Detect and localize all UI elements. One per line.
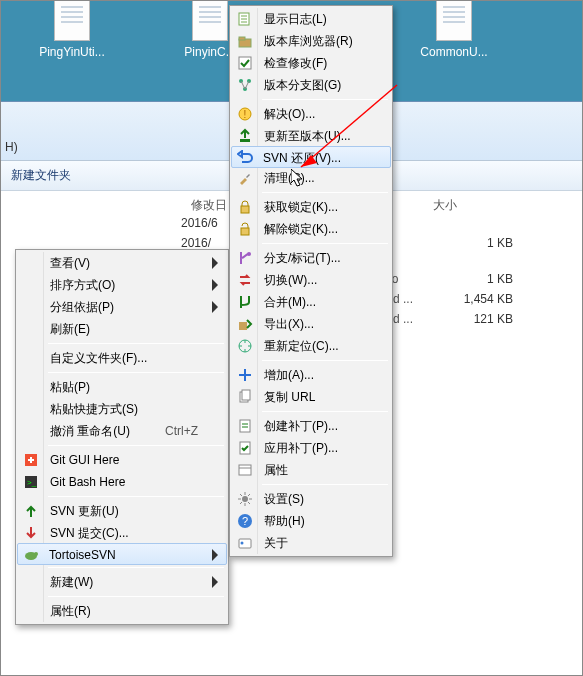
menu-item-label: TortoiseSVN — [49, 548, 116, 562]
size-cell: 121 KB — [453, 309, 513, 329]
uptorev-menu-item[interactable]: 更新至版本(U)... — [232, 125, 390, 147]
svg-text:!: ! — [244, 109, 247, 120]
desktop-file-icon[interactable]: PingYinUti... — [37, 0, 107, 59]
menu-item-label: 刷新(E) — [50, 322, 90, 336]
menu-separator — [262, 484, 388, 485]
menu-item-label: 分支/标记(T)... — [264, 251, 341, 265]
applypatch-menu-item[interactable]: 应用补丁(P)... — [232, 437, 390, 459]
menu-item-label: 显示日志(L) — [264, 12, 327, 26]
svncommit-menu-item[interactable]: SVN 提交(C)... — [18, 522, 226, 544]
menu-item-label: SVN 还原(V)... — [263, 151, 341, 165]
svg-text:?: ? — [242, 515, 248, 527]
resolve-menu-item[interactable]: !解决(O)... — [232, 103, 390, 125]
createpatch-menu-item[interactable]: 创建补丁(P)... — [232, 415, 390, 437]
menu-item-label: Git GUI Here — [50, 453, 119, 467]
log-icon — [236, 10, 254, 28]
menu-separator — [48, 343, 224, 344]
switch-menu-item[interactable]: 切换(W)... — [232, 269, 390, 291]
about-menu-item[interactable]: 关于 — [232, 532, 390, 554]
menu-item-label: 增加(A)... — [264, 368, 314, 382]
revert-menu-item[interactable]: SVN 还原(V)... — [231, 146, 391, 168]
merge-menu-item[interactable]: 合并(M)... — [232, 291, 390, 313]
desktop-file-icon[interactable]: CommonU... — [419, 0, 489, 59]
svg-marker-43 — [291, 169, 302, 186]
copyurl-menu-item[interactable]: 复制 URL — [232, 386, 390, 408]
svg-point-36 — [242, 496, 248, 502]
revgraph-menu-item[interactable]: 版本分支图(G) — [232, 74, 390, 96]
relocate-menu-item[interactable]: 重新定位(C)... — [232, 335, 390, 357]
new-menu-item[interactable]: 新建(W) — [18, 571, 226, 593]
svnupdate-menu-item[interactable]: SVN 更新(U) — [18, 500, 226, 522]
menu-item-label: 获取锁定(K)... — [264, 200, 338, 214]
gitbash-menu-item[interactable]: >_Git Bash Here — [18, 471, 226, 493]
customize-menu-item[interactable]: 自定义文件夹(F)... — [18, 347, 226, 369]
export-menu-item[interactable]: 导出(X)... — [232, 313, 390, 335]
column-header-date[interactable]: 修改日 — [191, 197, 227, 214]
refresh-menu-item[interactable]: 刷新(E) — [18, 318, 226, 340]
settings-menu-item[interactable]: 设置(S) — [232, 488, 390, 510]
props-menu-item[interactable]: 属性(R) — [18, 600, 226, 622]
svg-marker-1 — [212, 279, 218, 291]
revert-icon — [236, 149, 254, 167]
size-cell: 1,454 KB — [453, 289, 513, 309]
view-menu-item[interactable]: 查看(V) — [18, 252, 226, 274]
svn-update-icon — [22, 502, 40, 520]
menu-separator — [48, 567, 224, 568]
file-icon — [54, 0, 90, 41]
branch-menu-item[interactable]: 分支/标记(T)... — [232, 247, 390, 269]
paste-menu-item[interactable]: 粘贴(P) — [18, 376, 226, 398]
context-menu[interactable]: 查看(V)排序方式(O)分组依据(P)刷新(E)自定义文件夹(F)...粘贴(P… — [15, 249, 229, 625]
repo-menu-item[interactable]: 版本库浏览器(R) — [232, 30, 390, 52]
file-icon — [436, 0, 472, 41]
pastelink-menu-item[interactable]: 粘贴快捷方式(S) — [18, 398, 226, 420]
menu-item-label: 撤消 重命名(U) — [50, 424, 130, 438]
submenu-arrow-icon — [212, 279, 220, 291]
help-menu-item[interactable]: ?帮助(H) — [232, 510, 390, 532]
submenu-arrow-icon — [212, 576, 220, 588]
rellock-menu-item[interactable]: 解除锁定(K)... — [232, 218, 390, 240]
sort-menu-item[interactable]: 排序方式(O) — [18, 274, 226, 296]
switch-icon — [236, 271, 254, 289]
tortoisesvn-submenu[interactable]: 显示日志(L)版本库浏览器(R)检查修改(F)版本分支图(G)!解决(O)...… — [229, 5, 393, 557]
git-bash-icon: >_ — [22, 473, 40, 491]
check-icon — [236, 54, 254, 72]
submenu-arrow-icon — [212, 549, 220, 561]
svnprops-menu-item[interactable]: 属性 — [232, 459, 390, 481]
add-menu-item[interactable]: 增加(A)... — [232, 364, 390, 386]
groupby-menu-item[interactable]: 分组依据(P) — [18, 296, 226, 318]
settings-icon — [236, 490, 254, 508]
svg-rect-31 — [242, 390, 250, 400]
menu-item-label: Git Bash Here — [50, 475, 125, 489]
menu-shortcut: Ctrl+Z — [165, 420, 198, 442]
menu-separator — [48, 496, 224, 497]
branch-icon — [236, 249, 254, 267]
checkmod-menu-item[interactable]: 检查修改(F) — [232, 52, 390, 74]
new-folder-button[interactable]: 新建文件夹 — [11, 168, 71, 182]
undo-menu-item[interactable]: 撤消 重命名(U)Ctrl+Z — [18, 420, 226, 442]
unlock-icon — [236, 220, 254, 238]
menu-separator — [48, 372, 224, 373]
menu-separator — [262, 411, 388, 412]
menu-item-label: 导出(X)... — [264, 317, 314, 331]
getlock-menu-item[interactable]: 获取锁定(K)... — [232, 196, 390, 218]
tortoise-menu-item[interactable]: TortoiseSVN — [17, 543, 227, 565]
menu-item-label: 粘贴(P) — [50, 380, 90, 394]
column-header-size[interactable]: 大小 — [433, 197, 457, 214]
menu-separator — [262, 243, 388, 244]
cleanup-menu-item[interactable]: 清理(C)... — [232, 167, 390, 189]
gitgui-menu-item[interactable]: Git GUI Here — [18, 449, 226, 471]
svg-point-40 — [241, 542, 244, 545]
svg-rect-24 — [241, 228, 249, 235]
menu-item-label: 应用补丁(P)... — [264, 441, 338, 455]
svg-rect-29 — [239, 374, 251, 376]
add-icon — [236, 366, 254, 384]
svg-marker-2 — [212, 301, 218, 313]
menu-item-label: 合并(M)... — [264, 295, 316, 309]
menu-item-label: 版本库浏览器(R) — [264, 34, 353, 48]
showlog-menu-item[interactable]: 显示日志(L) — [232, 8, 390, 30]
menu-item-label: 清理(C)... — [264, 171, 315, 185]
menu-item-label: SVN 提交(C)... — [50, 526, 129, 540]
menu-item-label: 粘贴快捷方式(S) — [50, 402, 138, 416]
menu-item-label: 排序方式(O) — [50, 278, 115, 292]
cleanup-icon — [236, 169, 254, 187]
